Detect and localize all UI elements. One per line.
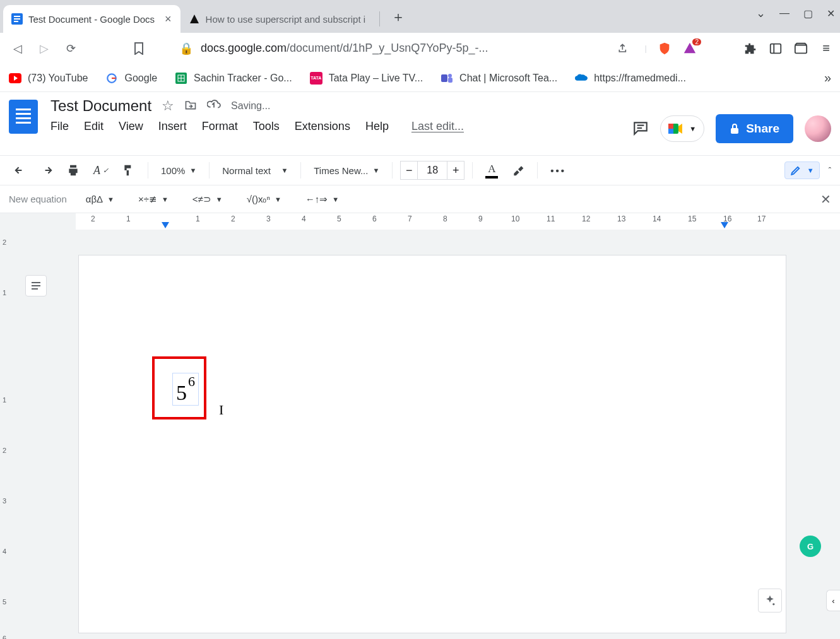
zoom-dropdown[interactable]: 100%▼	[156, 163, 201, 179]
maximize-icon[interactable]: ▢	[803, 8, 813, 20]
eq-greek-dropdown[interactable]: αβΔ▼	[81, 191, 119, 207]
share-url-icon[interactable]	[612, 37, 635, 60]
bookmark-teams[interactable]: Chat | Microsoft Tea...	[441, 72, 557, 85]
last-edit-link[interactable]: Last edit...	[411, 120, 464, 133]
new-equation-label[interactable]: New equation	[9, 194, 67, 204]
window-controls: ⌄ — ▢ ✕	[756, 6, 835, 20]
eq-arrows-dropdown[interactable]: ←↑⇒▼	[300, 191, 344, 208]
font-size-decrease[interactable]: −	[400, 161, 418, 180]
nav-reload-button[interactable]: ⟳	[59, 37, 82, 60]
svg-rect-21	[731, 128, 738, 134]
minimize-icon[interactable]: —	[779, 8, 790, 19]
svg-rect-3	[14, 21, 18, 22]
equation-base: 5	[176, 381, 187, 405]
print-button[interactable]	[62, 161, 85, 179]
browser-tab-strip: Test Document - Google Docs × How to use…	[0, 0, 840, 33]
close-window-icon[interactable]: ✕	[827, 8, 835, 20]
share-button[interactable]: Share	[716, 114, 793, 143]
onedrive-icon	[575, 72, 588, 85]
tab-title: Test Document - Google Docs	[28, 14, 155, 25]
bookmark-youtube[interactable]: (73) YouTube	[9, 72, 88, 85]
collapse-toolbar-button[interactable]: ˆ	[829, 166, 831, 175]
new-tab-button[interactable]: ＋	[391, 8, 405, 26]
document-scroll-area[interactable]: 2 1 1 2 3 4 5 6 5 6 I	[0, 230, 840, 639]
side-panel-toggle[interactable]: ‹	[826, 590, 840, 611]
left-indent-marker[interactable]	[162, 222, 169, 228]
move-icon[interactable]	[184, 98, 197, 114]
eq-math-dropdown[interactable]: √()x₀ⁿ▼	[242, 191, 287, 208]
menu-insert[interactable]: Insert	[158, 120, 187, 133]
cloud-sync-icon[interactable]	[207, 98, 221, 114]
font-size-value[interactable]: 18	[418, 161, 447, 180]
svg-rect-19	[668, 124, 673, 129]
account-avatar[interactable]	[805, 115, 831, 142]
svg-rect-13	[441, 74, 447, 82]
text-color-button[interactable]: A	[480, 160, 503, 181]
svg-rect-2	[14, 18, 20, 20]
undo-button[interactable]	[9, 163, 32, 178]
pencil-icon	[790, 165, 802, 176]
menu-help[interactable]: Help	[365, 120, 389, 133]
vertical-ruler[interactable]: 2 1 1 2 3 4 5 6	[0, 230, 14, 639]
eq-operators-dropdown[interactable]: ×÷≢▼	[133, 191, 174, 208]
meet-button[interactable]: ▼	[660, 115, 704, 142]
eq-relations-dropdown[interactable]: <≠⊃▼	[187, 191, 228, 208]
comments-icon[interactable]	[632, 120, 649, 138]
tab-title: How to use superscript and subscript i	[206, 14, 365, 25]
url-path: /document/d/1hP_y_UsnQ7YoPy-5p_-...	[287, 42, 488, 54]
bookmark-page-icon[interactable]	[127, 37, 150, 60]
address-bar[interactable]: 🔒 docs.google.com/document/d/1hP_y_UsnQ7…	[179, 42, 488, 56]
bookmark-tataplay[interactable]: TATA Tata Play – Live TV...	[310, 72, 423, 85]
browser-tab-active[interactable]: Test Document - Google Docs ×	[3, 5, 180, 33]
sheets-icon	[175, 72, 187, 85]
svg-rect-15	[448, 78, 453, 83]
right-indent-marker[interactable]	[721, 222, 728, 228]
document-page[interactable]: 5 6 I	[78, 255, 786, 633]
extensions-icon[interactable]	[743, 41, 758, 56]
bookmark-onedrive[interactable]: https://framedmedi...	[575, 72, 686, 85]
document-outline-button[interactable]	[25, 275, 47, 296]
menu-file[interactable]: File	[50, 120, 69, 133]
horizontal-ruler[interactable]: 2 1 1 2 3 4 5 6 7 8 9 10 11 12 13 14 15 …	[76, 213, 840, 230]
browser-menu-icon[interactable]: ≡	[819, 41, 834, 56]
paragraph-style-dropdown[interactable]: Normal text▼	[217, 163, 293, 179]
brave-rewards-icon[interactable]: 2	[682, 41, 697, 56]
menu-format[interactable]: Format	[202, 120, 238, 133]
editing-mode-dropdown[interactable]: ▼	[784, 161, 820, 179]
menu-extensions[interactable]: Extensions	[295, 120, 350, 133]
wallet-icon[interactable]	[793, 41, 808, 56]
brave-shields-icon[interactable]	[657, 41, 672, 56]
svg-point-14	[448, 74, 452, 78]
bookmark-sheets[interactable]: Sachin Tracker - Go...	[175, 72, 292, 85]
menu-tools[interactable]: Tools	[253, 120, 280, 133]
nav-back-button[interactable]: ◁	[6, 37, 29, 60]
more-toolbar-button[interactable]: •••	[545, 163, 571, 179]
docs-logo-icon[interactable]	[9, 100, 38, 134]
explore-button[interactable]	[758, 589, 782, 613]
font-size-group: − 18 +	[400, 161, 464, 180]
document-title[interactable]: Test Document	[50, 97, 151, 115]
redo-button[interactable]	[35, 163, 58, 178]
highlight-color-button[interactable]	[507, 161, 529, 179]
menu-view[interactable]: View	[119, 120, 143, 133]
tab-search-icon[interactable]: ⌄	[756, 6, 766, 20]
close-tab-icon[interactable]: ×	[165, 13, 172, 26]
spellcheck-button[interactable]: A✓	[88, 161, 114, 180]
equation-object[interactable]: 5 6	[172, 373, 199, 406]
browser-tab-inactive[interactable]: How to use superscript and subscript i	[180, 5, 374, 33]
nav-forward-button[interactable]: ▷	[33, 37, 56, 60]
paint-format-button[interactable]	[117, 161, 140, 179]
bookmarks-overflow-button[interactable]: »	[824, 71, 831, 85]
menu-edit[interactable]: Edit	[84, 120, 104, 133]
chevron-down-icon: ▼	[689, 125, 696, 132]
docs-favicon-icon	[11, 13, 23, 25]
grammarly-icon[interactable]: G	[800, 536, 821, 557]
bookmark-google[interactable]: Google	[105, 72, 157, 85]
sidebar-toggle-icon[interactable]	[768, 41, 783, 56]
bookmark-label: Sachin Tracker - Go...	[194, 73, 292, 84]
svg-point-25	[772, 603, 774, 605]
font-family-dropdown[interactable]: Times New...▼	[309, 163, 384, 179]
font-size-increase[interactable]: +	[447, 161, 464, 180]
close-equation-bar[interactable]: ✕	[820, 192, 831, 207]
star-icon[interactable]: ☆	[162, 98, 174, 114]
